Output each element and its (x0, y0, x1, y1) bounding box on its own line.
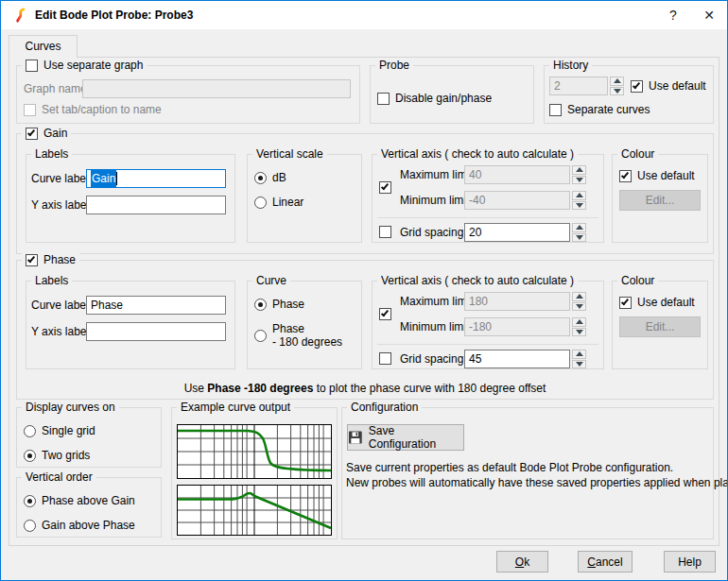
checkbox-box (549, 104, 562, 116)
spin-up-button[interactable] (572, 165, 586, 175)
floppy-disk-icon (348, 430, 363, 445)
phase-colour-legend: Colour (617, 274, 658, 288)
history-use-default-checkbox[interactable]: Use default (631, 79, 706, 93)
check-icon (633, 80, 640, 89)
spin-up-button[interactable] (572, 223, 586, 232)
gain-grid-spacing-input[interactable]: 20 (464, 223, 570, 242)
ok-button[interactable]: Ok (496, 551, 548, 572)
gain-maximum-label: Maximum limit (400, 168, 473, 182)
radio-single-grid[interactable]: Single grid (24, 424, 95, 437)
vertical-order-legend: Vertical order (22, 470, 96, 485)
checkbox-box (377, 93, 390, 105)
checkbox-box (26, 60, 38, 72)
gain-colour-legend: Colour (617, 147, 658, 162)
radio-db[interactable]: dB (254, 171, 286, 184)
gain-grid-spacing-checkbox[interactable] (379, 226, 391, 238)
help-button[interactable]: Help (664, 551, 716, 572)
example-gain-plot (177, 485, 332, 536)
phase-maximum-spinner (572, 292, 586, 311)
phase-grid-spacing-label: Grid spacing (400, 352, 463, 367)
separator (377, 217, 598, 218)
checkbox-box (619, 170, 632, 182)
gain-colour-use-default-checkbox[interactable]: Use default (619, 169, 695, 182)
edit-bode-plot-probe-dialog: Edit Bode Plot Probe: Probe3 ? ✕ Curves … (0, 0, 728, 581)
triangle-down-icon (614, 89, 621, 94)
spin-down-button[interactable] (572, 176, 586, 185)
phase-y-axis-input[interactable] (86, 322, 226, 341)
text-caret (116, 172, 117, 185)
radio-circle (254, 299, 267, 311)
radio-circle (254, 197, 267, 209)
triangle-up-icon (614, 78, 621, 83)
radio-circle (24, 425, 36, 437)
gain-labels-legend: Labels (31, 147, 72, 162)
triangle-up-icon (576, 294, 583, 299)
phase-auto-calculate-checkbox[interactable] (379, 308, 391, 320)
spin-down-button[interactable] (572, 201, 586, 211)
spin-down-button[interactable] (572, 233, 586, 243)
gain-y-axis-input[interactable] (86, 196, 226, 214)
triangle-down-icon (576, 235, 583, 240)
phase-grid-spacing-spinner (572, 350, 586, 368)
triangle-up-icon (576, 167, 583, 172)
check-icon (621, 297, 629, 305)
gain-y-axis-label: Y axis label (31, 198, 89, 213)
radio-two-grids[interactable]: Two grids (24, 449, 90, 462)
gain-maximum-spinner (572, 165, 586, 184)
tab-curves[interactable]: Curves (9, 35, 78, 58)
radio-linear[interactable]: Linear (254, 196, 303, 209)
phase-colour-use-default-checkbox[interactable]: Use default (619, 296, 695, 309)
disable-gain-phase-checkbox[interactable]: Disable gain/phase (377, 92, 492, 105)
save-configuration-button[interactable]: Save Configuration (347, 424, 464, 451)
gain-plot-svg (178, 486, 331, 535)
checkbox-box (379, 352, 391, 365)
gain-auto-calculate-checkbox[interactable] (379, 181, 391, 194)
checkbox-box (379, 181, 391, 194)
phase-grid-spacing-checkbox[interactable] (379, 352, 391, 365)
checkbox-box (619, 297, 632, 309)
phase-maximum-label: Maximum limit (400, 295, 473, 309)
spin-up-button[interactable] (610, 77, 624, 86)
triangle-up-icon (576, 351, 583, 356)
radio-circle (24, 520, 36, 532)
gain-vertical-axis-legend: Vertical axis ( check to auto calculate … (377, 147, 578, 162)
separator (377, 344, 598, 345)
phase-enable-checkbox[interactable]: Phase (22, 253, 79, 266)
spin-up-button[interactable] (572, 292, 586, 301)
configuration-legend: Configuration (347, 401, 422, 415)
spin-up-button[interactable] (572, 350, 586, 359)
spin-up-button[interactable] (572, 317, 586, 327)
triangle-down-icon (576, 330, 583, 334)
help-titlebar-button[interactable]: ? (655, 1, 691, 29)
spin-down-button[interactable] (572, 360, 586, 369)
phase-maximum-input: 180 (464, 292, 570, 311)
spin-down-button[interactable] (572, 302, 586, 312)
radio-dot-icon (258, 302, 263, 307)
checkbox-box (379, 226, 391, 238)
probe-legend: Probe (375, 59, 413, 73)
gain-curve-label-input[interactable]: Gain (86, 169, 226, 188)
spin-up-button[interactable] (572, 191, 586, 200)
radio-phase-above-gain[interactable]: Phase above Gain (24, 494, 135, 507)
spin-down-button[interactable] (572, 328, 586, 337)
check-icon (381, 182, 389, 191)
triangle-up-icon (576, 319, 583, 324)
radio-phase-minus-180[interactable]: Phase - 180 degrees (254, 322, 342, 349)
radio-gain-above-phase[interactable]: Gain above Phase (24, 519, 135, 532)
close-button[interactable]: ✕ (691, 1, 727, 29)
check-icon (621, 170, 629, 179)
gain-minimum-spinner (572, 191, 586, 210)
phase-grid-spacing-input[interactable]: 45 (464, 350, 570, 368)
phase-curve-label-input[interactable]: Phase (86, 296, 226, 315)
gain-enable-checkbox[interactable]: Gain (22, 127, 71, 140)
separate-curves-checkbox[interactable]: Separate curves (549, 103, 650, 116)
radio-phase[interactable]: Phase (254, 298, 304, 311)
cancel-button[interactable]: Cancel (578, 551, 633, 572)
display-curves-legend: Display curves on (22, 401, 119, 415)
phase-curve-legend: Curve (252, 274, 290, 288)
use-separate-graph-checkbox[interactable]: Use separate graph (22, 59, 147, 72)
history-legend: History (549, 59, 592, 73)
spin-down-button[interactable] (610, 87, 624, 96)
configuration-description-line1: Save current properties as default Bode … (346, 460, 673, 475)
triangle-down-icon (576, 178, 583, 182)
